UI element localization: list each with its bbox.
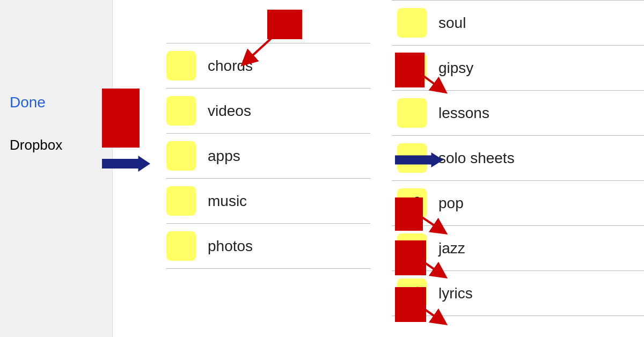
file-item[interactable]: videos xyxy=(166,89,370,134)
done-button[interactable]: Done xyxy=(10,94,46,111)
category-name: soul xyxy=(438,14,466,32)
category-item[interactable]: soul xyxy=(392,0,644,46)
file-icon xyxy=(166,51,196,80)
file-name: photos xyxy=(208,238,253,255)
category-name: lessons xyxy=(438,105,489,122)
category-icon xyxy=(397,98,427,128)
file-icon xyxy=(166,231,196,261)
file-name: apps xyxy=(208,148,240,165)
red-rect-left xyxy=(102,89,140,148)
svg-line-0 xyxy=(247,31,279,61)
file-icon xyxy=(166,186,196,216)
svg-line-4 xyxy=(400,292,441,320)
file-item[interactable]: music xyxy=(166,179,370,224)
svg-line-3 xyxy=(400,246,441,274)
svg-line-2 xyxy=(400,203,441,230)
red-arrow-lyrics xyxy=(395,287,459,330)
file-icon xyxy=(166,141,196,171)
right-category-list: soul ✔ gipsy lessons solo sheets ✔ pop ✔… xyxy=(392,0,644,337)
red-arrow-jazz xyxy=(395,240,459,283)
dropbox-label: Dropbox xyxy=(10,137,62,153)
red-arrow-top-middle xyxy=(231,26,295,69)
file-name: videos xyxy=(208,102,251,120)
file-item[interactable]: apps xyxy=(166,134,370,179)
category-item[interactable]: lessons xyxy=(392,91,644,136)
blue-arrow-left xyxy=(102,156,150,172)
red-arrow-pop xyxy=(395,197,459,240)
file-item[interactable]: photos xyxy=(166,224,370,269)
file-icon xyxy=(166,96,196,126)
svg-line-1 xyxy=(400,59,441,89)
red-arrow-gipsy xyxy=(395,54,459,97)
category-icon xyxy=(397,8,427,38)
left-panel: Done Dropbox xyxy=(0,0,113,337)
file-name: music xyxy=(208,193,247,210)
category-name: solo sheets xyxy=(438,150,515,167)
